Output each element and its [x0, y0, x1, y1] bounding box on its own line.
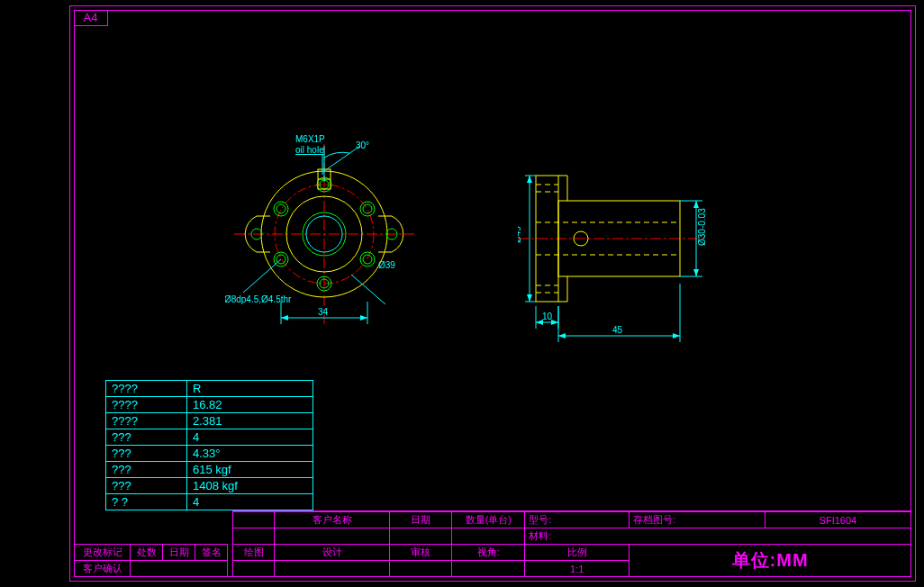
rev-loc-label: 处数 [131, 545, 163, 561]
design-label: 设计 [275, 545, 389, 561]
scale-value: 1:1 [525, 561, 630, 577]
pcd-dim: Ø39 [378, 260, 395, 270]
date-label: 日期 [389, 512, 452, 528]
oil-hole-label: oil hole [295, 145, 324, 155]
model-label: 型号: [525, 512, 630, 528]
svg-point-11 [363, 255, 372, 264]
title-block: 客户名称 日期 数量(单台) 型号: 存档图号: SFI1604 材料: 绘图 … [232, 510, 911, 577]
svg-line-22 [324, 146, 360, 171]
side-dia-30: Ø30-0.03 [697, 208, 707, 246]
table-row: ????16.82 [106, 397, 313, 413]
paper-size: A4 [74, 10, 108, 26]
side-dia-49: Ø49 [518, 226, 522, 243]
material-label: 材料: [525, 528, 911, 545]
side-dim-10: 10 [542, 312, 553, 321]
check-label: 审核 [389, 545, 452, 561]
view-label: 视角: [452, 545, 525, 561]
svg-marker-56 [551, 320, 558, 325]
cust-confirm-label: 客户确认 [75, 561, 131, 577]
customer-name-label: 客户名称 [275, 512, 389, 528]
svg-marker-31 [360, 315, 367, 321]
table-row: ???4.33° [106, 446, 313, 462]
table-row: ???1408 kgf [106, 478, 313, 494]
svg-point-17 [276, 204, 285, 213]
side-view: Ø49 Ø30-0.03 10 45 [518, 149, 770, 356]
svg-marker-50 [693, 201, 699, 208]
archive-value: SFI1604 [765, 512, 910, 528]
svg-point-10 [360, 252, 375, 266]
oil-hole-thread: M6X1P [295, 135, 325, 144]
svg-marker-60 [558, 333, 566, 339]
front-width-dim: 34 [318, 307, 329, 317]
spec-table: ????R ????16.82 ????2.381 ???4 ???4.33° … [105, 380, 313, 510]
front-view: 30° M6X1P oil hole Ø39 6-Ø8dp4.5,Ø4.5thr… [225, 135, 459, 351]
svg-marker-30 [281, 315, 288, 321]
table-row: ????R [106, 381, 313, 397]
table-row: ???4 [106, 429, 313, 446]
svg-marker-45 [527, 176, 532, 183]
angle-dim: 30° [356, 140, 369, 150]
svg-point-9 [363, 204, 372, 213]
bolt-pattern: 6-Ø8dp4.5,Ø4.5thr [225, 294, 292, 304]
svg-line-26 [243, 259, 281, 293]
rev-mark-label: 更改标记 [75, 545, 131, 561]
svg-marker-61 [673, 333, 680, 339]
table-row: ? ?4 [106, 494, 313, 510]
scale-label: 比例 [525, 545, 630, 561]
rev-sign-label: 签名 [195, 545, 228, 561]
table-row: ????2.381 [106, 413, 313, 429]
svg-marker-46 [527, 294, 532, 302]
draw-label: 绘图 [233, 545, 275, 561]
qty-label: 数量(单台) [452, 512, 525, 528]
svg-marker-51 [693, 269, 699, 276]
svg-point-16 [274, 202, 288, 216]
archive-label: 存档图号: [630, 512, 765, 528]
rev-date-label: 日期 [163, 545, 195, 561]
table-row: ???615 kgf [106, 462, 313, 478]
side-dim-45: 45 [612, 325, 623, 335]
revision-block: 更改标记 处数 日期 签名 客户确认 [74, 544, 228, 577]
svg-point-8 [360, 202, 375, 216]
unit-label: 单位:MM [732, 550, 809, 570]
